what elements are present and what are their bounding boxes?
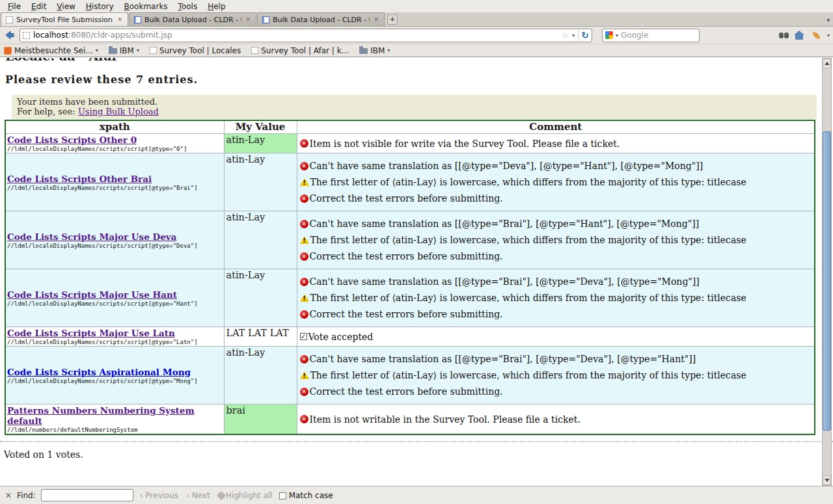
xpath-path: //ldml/localeDisplayNames/scripts/script… xyxy=(7,146,223,152)
tab-close-icon[interactable]: ✕ xyxy=(245,16,251,23)
tab-3[interactable]: Bulk Data Upload - CLDR - Un...✕ xyxy=(257,12,385,26)
folder-icon xyxy=(359,48,368,54)
bookmark-item-3[interactable]: Survey Tool | Locales xyxy=(150,46,241,55)
menu-edit[interactable]: Edit xyxy=(26,1,51,12)
page-content: Locale: aa - Afar Please review these 7 … xyxy=(0,57,833,486)
xpath-link[interactable]: Code Lists Scripts Other 0 xyxy=(7,135,137,145)
find-close-icon[interactable]: ✕ xyxy=(5,491,12,500)
scroll-up-button[interactable] xyxy=(823,59,831,68)
bookmark-item-1[interactable]: Meistbesuchte Sei...▾ xyxy=(4,46,98,55)
menu-history[interactable]: History xyxy=(81,1,119,12)
find-previous-button[interactable]: Previous xyxy=(139,491,180,500)
url-bar[interactable]: localhost:8080/cldr-apps/submit.jsp ☆ ▾ … xyxy=(20,29,592,42)
comment-item: The first letter of ⟨atin-Lay⟩ is lowerc… xyxy=(300,293,812,303)
find-next-button[interactable]: Next xyxy=(185,491,212,500)
url-dropdown-icon[interactable]: ▾ xyxy=(572,33,575,38)
bookmark-label: Survey Tool | Locales xyxy=(159,46,241,55)
extension-button[interactable] xyxy=(810,28,824,42)
new-tab-button[interactable]: + xyxy=(387,14,398,25)
comment-cell: Vote accepted xyxy=(297,327,815,347)
chevron-down-icon: ▾ xyxy=(96,47,98,53)
xpath-link[interactable]: Code Lists Scripts Major Use Latn xyxy=(7,328,175,338)
bookmark-item-4[interactable]: Survey Tool | Afar | k... xyxy=(251,46,349,55)
review-table: xpath My Value Comment Code Lists Script… xyxy=(5,120,815,435)
table-row: Code Lists Scripts Major Use Deva//ldml/… xyxy=(5,211,815,269)
review-heading: Please review these 7 entries. xyxy=(5,73,833,86)
comment-item: The first letter of ⟨atin-Lay⟩ is lowerc… xyxy=(300,235,812,245)
placeholder-favicon-icon xyxy=(251,47,258,54)
find-input[interactable] xyxy=(41,489,133,501)
placeholder-favicon-icon xyxy=(6,16,13,23)
menu-tools[interactable]: Tools xyxy=(173,1,203,12)
comment-item: Vote accepted xyxy=(300,332,812,342)
tab-2[interactable]: Bulk Data Upload - CLDR - Un...✕ xyxy=(129,12,256,26)
table-row: Code Lists Scripts Other Brai//ldml/loca… xyxy=(5,153,815,211)
menu-file[interactable]: File xyxy=(3,1,26,12)
scroll-down-button[interactable] xyxy=(823,475,831,485)
highlight-all-button[interactable]: Highlight all xyxy=(217,491,274,500)
xpath-link[interactable]: Code Lists Scripts Other Brai xyxy=(7,174,152,184)
error-icon xyxy=(300,252,308,261)
comment-text: Can't have same translation as [[@type="… xyxy=(310,219,700,229)
comment-item: The first letter of ⟨atin-Lay⟩ is lowerc… xyxy=(300,177,812,187)
toolbar-overflow-icon[interactable]: ▾ xyxy=(827,33,830,38)
xpath-link[interactable]: Code Lists Scripts Major Use Hant xyxy=(7,289,177,300)
warning-icon xyxy=(300,236,309,244)
search-bar[interactable]: ▾ Google xyxy=(602,29,700,42)
comment-text: The first letter of ⟨atin-Lay⟩ is lowerc… xyxy=(310,370,746,380)
comment-cell: Can't have same translation as [[@type="… xyxy=(297,211,815,269)
notice-line1: Your items have been submitted. xyxy=(17,97,812,107)
comment-item: Item is not visible for write via the Su… xyxy=(300,139,812,149)
error-icon xyxy=(300,415,308,423)
chevron-down-icon: ▾ xyxy=(137,47,139,53)
tab-close-icon[interactable]: ✕ xyxy=(116,16,123,23)
error-icon xyxy=(300,278,308,286)
xpath-path: //ldml/localeDisplayNames/scripts/script… xyxy=(7,300,223,307)
xpath-link[interactable]: Patterns Numbers Numbering System defaul… xyxy=(7,405,195,426)
comment-text: Correct the test errors before submittin… xyxy=(310,386,503,397)
back-button[interactable] xyxy=(3,29,16,42)
xpath-path: //ldml/numbers/defaultNumberingSystem xyxy=(7,427,223,433)
reload-icon[interactable]: ↻ xyxy=(578,30,589,40)
table-row: Patterns Numbers Numbering System defaul… xyxy=(5,405,815,435)
home-button[interactable] xyxy=(792,28,806,42)
error-icon xyxy=(300,388,308,396)
using-bulk-upload-link[interactable]: Using Bulk Upload xyxy=(78,107,159,116)
bookmark-star-icon[interactable]: ☆ xyxy=(562,31,569,40)
comment-text: Can't have same translation as [[@type="… xyxy=(310,276,700,287)
match-case-toggle[interactable]: Match case xyxy=(279,491,333,500)
menu-view[interactable]: View xyxy=(51,1,80,12)
tab-title: Bulk Data Upload - CLDR - Un... xyxy=(144,16,241,24)
votes-summary: Voted on 1 votes. xyxy=(4,449,833,460)
menu-bookmarks[interactable]: Bookmarks xyxy=(119,1,173,12)
comment-item: Item is not writable in the Survey Tool.… xyxy=(300,414,812,425)
match-case-checkbox[interactable] xyxy=(279,492,286,499)
bookmark-item-5[interactable]: IBM▾ xyxy=(359,46,390,55)
comment-text: Can't have same translation as [[@type="… xyxy=(310,161,703,171)
page-favicon-placeholder-icon xyxy=(23,32,30,39)
comment-cell: Can't have same translation as [[@type="… xyxy=(297,269,815,327)
find-binoculars-button[interactable] xyxy=(774,28,789,42)
search-engine-dropdown-icon[interactable]: ▾ xyxy=(616,33,618,38)
comment-text: Correct the test errors before submittin… xyxy=(310,251,503,261)
tab-close-icon[interactable]: ✕ xyxy=(373,16,379,23)
bookmark-label: IBM xyxy=(370,46,385,55)
document-favicon-icon xyxy=(262,16,269,23)
comment-item: Correct the test errors before submittin… xyxy=(300,309,812,319)
url-text[interactable]: localhost:8080/cldr-apps/submit.jsp xyxy=(33,31,558,40)
xpath-link[interactable]: Code Lists Scripts Aspirational Mong xyxy=(7,367,191,377)
tab-title: SurveyTool File Submission | ... xyxy=(16,16,113,24)
next-chevron-icon xyxy=(186,491,192,500)
tab-1[interactable]: SurveyTool File Submission | ...✕ xyxy=(1,12,128,26)
check-icon xyxy=(300,333,307,340)
xpath-cell: Code Lists Scripts Major Use Deva//ldml/… xyxy=(5,211,224,269)
scrollbar-thumb[interactable] xyxy=(823,131,831,431)
menu-bar: FileEditViewHistoryBookmarksToolsHelp xyxy=(0,0,833,12)
menu-help[interactable]: Help xyxy=(202,1,230,12)
bookmark-item-2[interactable]: IBM▾ xyxy=(109,46,139,55)
xpath-link[interactable]: Code Lists Scripts Major Use Deva xyxy=(7,232,176,242)
my-value-cell: atin-Lay xyxy=(224,269,297,327)
list-all-tabs-icon[interactable]: ▾ xyxy=(826,17,832,23)
smart-folder-icon xyxy=(4,47,12,55)
vertical-scrollbar[interactable] xyxy=(822,58,832,486)
